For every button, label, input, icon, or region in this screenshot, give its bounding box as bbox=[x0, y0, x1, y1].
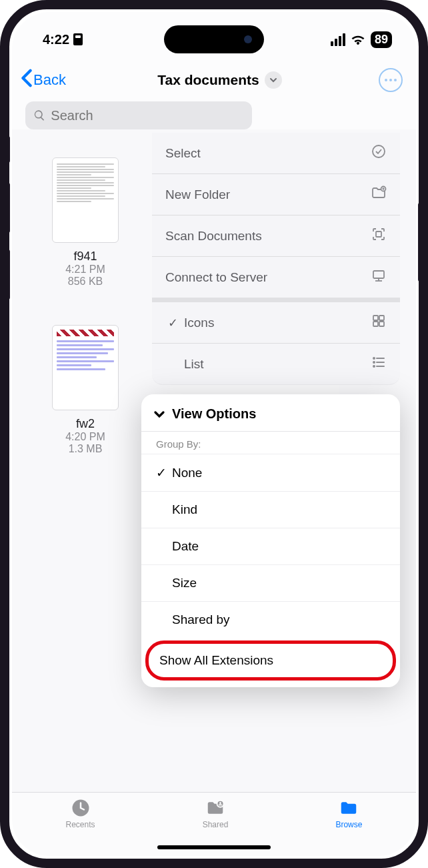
checkmark-icon: ✓ bbox=[165, 316, 180, 330]
server-icon bbox=[371, 268, 387, 287]
file-thumbnail bbox=[52, 325, 119, 410]
list-icon bbox=[371, 354, 387, 374]
file-item[interactable]: fw2 4:20 PM 1.3 MB bbox=[25, 325, 145, 455]
menu-view-list[interactable]: List bbox=[152, 344, 400, 384]
file-name: f941 bbox=[73, 250, 97, 264]
search-icon bbox=[33, 109, 45, 122]
title-dropdown-button[interactable] bbox=[265, 71, 282, 89]
sim-icon bbox=[73, 33, 83, 45]
group-shared-by[interactable]: Shared by bbox=[141, 601, 400, 638]
svg-point-12 bbox=[373, 358, 375, 359]
battery-icon: 89 bbox=[371, 31, 392, 48]
svg-rect-10 bbox=[373, 322, 378, 326]
chevron-left-icon bbox=[20, 69, 33, 91]
svg-point-20 bbox=[219, 802, 221, 804]
checkmark-icon: ✓ bbox=[156, 465, 172, 480]
svg-rect-5 bbox=[373, 271, 384, 278]
show-all-extensions[interactable]: Show All Extensions bbox=[145, 640, 396, 681]
svg-point-0 bbox=[373, 145, 385, 157]
svg-rect-4 bbox=[376, 232, 381, 237]
nav-bar: Back Tax documents bbox=[12, 52, 416, 101]
menu-connect-server[interactable]: Connect to Server bbox=[152, 257, 400, 302]
group-none[interactable]: ✓ None bbox=[141, 454, 400, 491]
menu-view-icons[interactable]: ✓ Icons bbox=[152, 302, 400, 344]
folder-icon bbox=[338, 798, 359, 818]
svg-point-14 bbox=[373, 362, 375, 363]
svg-point-16 bbox=[373, 366, 375, 367]
select-circle-icon bbox=[371, 143, 387, 163]
file-name: fw2 bbox=[76, 417, 95, 431]
group-by-label: Group By: bbox=[141, 432, 400, 454]
dynamic-island bbox=[164, 25, 264, 53]
new-folder-icon bbox=[371, 185, 387, 204]
tab-browse[interactable]: Browse bbox=[335, 798, 362, 829]
svg-rect-8 bbox=[373, 316, 378, 320]
tab-shared[interactable]: Shared bbox=[203, 798, 229, 829]
file-item[interactable]: f941 4:21 PM 856 KB bbox=[25, 157, 145, 288]
view-options-header[interactable]: View Options bbox=[141, 394, 400, 432]
group-date[interactable]: Date bbox=[141, 528, 400, 564]
wifi-icon bbox=[351, 34, 365, 45]
chevron-down-icon bbox=[153, 410, 165, 418]
file-time: 4:20 PM bbox=[65, 431, 105, 443]
scan-icon bbox=[371, 226, 387, 246]
status-time: 4:22 bbox=[43, 32, 69, 47]
page-title: Tax documents bbox=[157, 72, 259, 88]
file-size: 1.3 MB bbox=[69, 443, 103, 455]
search-input[interactable] bbox=[51, 108, 243, 123]
search-field[interactable] bbox=[25, 101, 252, 129]
group-kind[interactable]: Kind bbox=[141, 491, 400, 528]
shared-folder-icon bbox=[205, 798, 226, 818]
menu-scan-documents[interactable]: Scan Documents bbox=[152, 215, 400, 257]
menu-select[interactable]: Select bbox=[152, 133, 400, 174]
file-size: 856 KB bbox=[68, 276, 103, 288]
view-options-popover: View Options Group By: ✓ None Kind Date … bbox=[141, 394, 400, 687]
home-indicator[interactable] bbox=[157, 845, 271, 849]
back-label: Back bbox=[33, 71, 66, 89]
group-size[interactable]: Size bbox=[141, 564, 400, 601]
svg-rect-11 bbox=[379, 322, 384, 326]
grid-icon bbox=[371, 313, 387, 332]
menu-new-folder[interactable]: New Folder bbox=[152, 174, 400, 215]
svg-rect-9 bbox=[379, 316, 384, 320]
cellular-icon bbox=[331, 33, 345, 46]
file-time: 4:21 PM bbox=[65, 264, 105, 276]
clock-icon bbox=[70, 798, 91, 818]
file-thumbnail bbox=[52, 157, 119, 243]
tab-recents[interactable]: Recents bbox=[66, 798, 95, 829]
context-menu-top: Select New Folder Scan Documents Connect… bbox=[152, 133, 400, 385]
back-button[interactable]: Back bbox=[20, 69, 66, 91]
more-button[interactable] bbox=[379, 68, 403, 92]
